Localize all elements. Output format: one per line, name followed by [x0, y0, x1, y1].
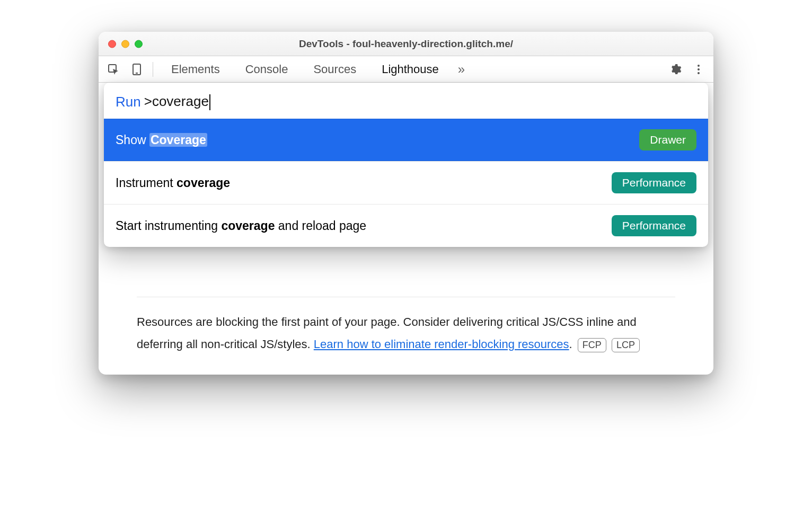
command-item-label: Show Coverage [116, 133, 207, 147]
tab-console[interactable]: Console [243, 57, 290, 82]
command-menu: Run >coverage Show Coverage Drawer Instr… [104, 83, 708, 247]
text-caret [209, 94, 210, 110]
badge-performance: Performance [612, 172, 696, 193]
traffic-lights [108, 40, 143, 48]
command-item-label: Start instrumenting coverage and reload … [116, 219, 366, 233]
command-item-instrument-coverage[interactable]: Instrument coverage Performance [104, 161, 708, 204]
kebab-menu-icon[interactable] [688, 59, 709, 80]
command-prompt-prefix: > [144, 93, 152, 109]
devtools-window: DevTools - foul-heavenly-direction.glitc… [99, 32, 713, 375]
audit-description: Resources are blocking the first paint o… [137, 297, 675, 356]
command-item-start-instrumenting-reload[interactable]: Start instrumenting coverage and reload … [104, 204, 708, 247]
badge-drawer: Drawer [639, 129, 696, 150]
device-toggle-icon[interactable] [126, 59, 147, 80]
command-prompt-label: Run [116, 94, 141, 110]
metric-chip-fcp: FCP [578, 338, 606, 352]
devtools-tabs: Elements Console Sources Lighthouse [169, 57, 441, 82]
command-item-show-coverage[interactable]: Show Coverage Drawer [104, 119, 708, 161]
tab-elements[interactable]: Elements [169, 57, 222, 82]
minimize-window-button[interactable] [121, 40, 129, 48]
window-title: DevTools - foul-heavenly-direction.glitc… [99, 38, 713, 50]
tab-lighthouse[interactable]: Lighthouse [379, 57, 441, 82]
toolbar-divider [153, 62, 153, 77]
svg-point-5 [698, 72, 700, 74]
titlebar: DevTools - foul-heavenly-direction.glitc… [99, 32, 713, 56]
command-results-list: Show Coverage Drawer Instrument coverage… [104, 119, 708, 247]
svg-point-4 [698, 68, 700, 70]
badge-performance: Performance [612, 215, 696, 236]
more-tabs-icon[interactable]: » [458, 62, 465, 77]
tab-sources[interactable]: Sources [311, 57, 358, 82]
audit-text-after: . [569, 338, 572, 351]
inspect-element-icon[interactable] [103, 59, 124, 80]
settings-gear-icon[interactable] [665, 59, 686, 80]
svg-point-3 [698, 65, 700, 67]
devtools-toolbar: Elements Console Sources Lighthouse » [99, 56, 713, 83]
metric-chip-lcp: LCP [612, 338, 640, 352]
command-item-label: Instrument coverage [116, 176, 230, 190]
close-window-button[interactable] [108, 40, 116, 48]
command-input-value: coverage [152, 93, 209, 109]
command-input-text: >coverage [144, 93, 210, 110]
maximize-window-button[interactable] [135, 40, 143, 48]
audit-learn-more-link[interactable]: Learn how to eliminate render-blocking r… [314, 338, 569, 351]
command-input-row[interactable]: Run >coverage [104, 83, 708, 119]
